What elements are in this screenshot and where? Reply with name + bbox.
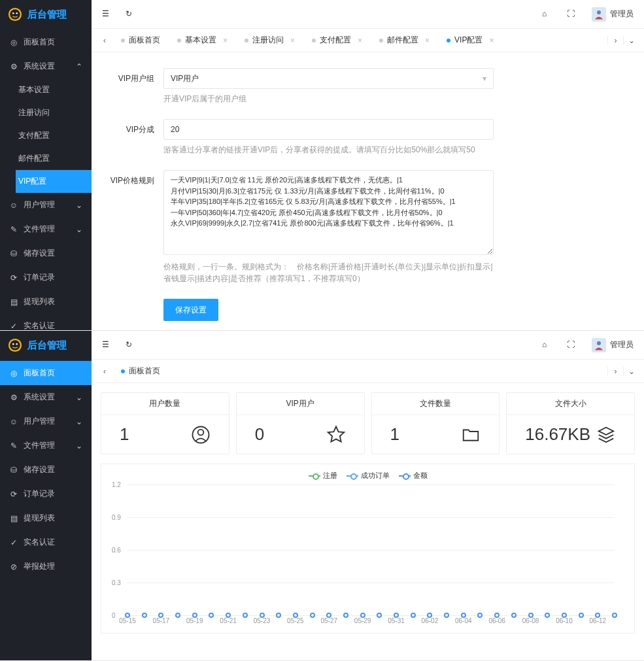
chart-point [579, 613, 584, 618]
menu-toggle-icon[interactable]: ☰ [102, 340, 112, 350]
nav-dashboard[interactable]: ◎面板首页 [0, 30, 92, 54]
nav-dashboard-label: 面板首页 [24, 37, 55, 48]
nav-system-sub[interactable]: 支付配置 [16, 124, 92, 147]
tab[interactable]: 支付配置× [303, 29, 371, 52]
nav-user[interactable]: ☺用户管理⌄ [0, 409, 92, 433]
rules-textarea[interactable] [163, 170, 494, 255]
nav-user-label: 用户管理 [24, 199, 55, 211]
nav-realname[interactable]: ✓实名认证 [0, 530, 92, 554]
refresh-icon[interactable]: ↻ [126, 340, 136, 350]
legend-item[interactable]: 金额 [399, 471, 428, 481]
nav-user[interactable]: ☺用户管理⌄ [0, 193, 92, 217]
nav-system-sub[interactable]: 邮件配置 [16, 147, 92, 170]
tab-close-icon[interactable]: × [223, 36, 228, 45]
card-value: 1 [120, 424, 129, 445]
legend-item[interactable]: 注册 [309, 471, 337, 481]
nav-orders-label: 订单记录 [24, 488, 55, 500]
chart-point [444, 613, 449, 618]
menu-toggle-icon[interactable]: ☰ [102, 9, 112, 20]
caret-down-icon: ▾ [483, 74, 486, 83]
svg-point-7 [12, 343, 14, 345]
brand-text: 后台管理 [27, 339, 67, 352]
tab[interactable]: 基本设置× [169, 29, 236, 52]
nav-system-sub[interactable]: 基本设置 [16, 78, 92, 101]
tab[interactable]: 注册访问× [236, 29, 303, 52]
nav-file[interactable]: ✎文件管理⌄ [0, 433, 92, 458]
chart-point [243, 613, 248, 618]
star-icon [326, 425, 346, 445]
nav-file-label: 文件管理 [24, 440, 55, 451]
folder-icon [461, 425, 481, 445]
card-value: 16.67KB [525, 424, 590, 445]
admin-menu[interactable]: 管理员 [592, 338, 634, 352]
legend-item[interactable]: 成功订单 [347, 471, 390, 481]
tab[interactable]: 邮件配置× [371, 29, 438, 52]
nav-withdraw[interactable]: ▤提现列表 [0, 290, 92, 314]
nav-sub-label: 邮件配置 [18, 153, 50, 164]
save-button[interactable]: 保存设置 [163, 299, 218, 321]
avatar-icon [592, 338, 606, 352]
nav-storage[interactable]: ⛁储存设置 [0, 458, 92, 482]
tab[interactable]: 面板首页 [112, 29, 169, 52]
share-input[interactable] [163, 119, 494, 140]
nav-orders[interactable]: ⟳订单记录 [0, 265, 92, 290]
tab-close-icon[interactable]: × [358, 36, 362, 45]
chart-point [142, 613, 147, 618]
refresh-icon[interactable]: ↻ [126, 9, 136, 20]
tab-prev[interactable]: ‹ [97, 367, 112, 376]
tab[interactable]: 面板首页 [112, 360, 169, 383]
svg-point-6 [10, 340, 20, 350]
tabbar: ‹ 面板首页 › ⌄ [92, 360, 644, 383]
tab-label: 面板首页 [129, 365, 160, 377]
nav-file[interactable]: ✎文件管理⌄ [0, 217, 92, 241]
brand-icon [8, 338, 22, 352]
tab-dot-icon [121, 369, 125, 373]
brand-icon [8, 7, 22, 22]
nav-orders[interactable]: ⟳订单记录 [0, 482, 92, 506]
tab[interactable]: VIP配置× [438, 29, 502, 52]
tab-more[interactable]: ⌄ [623, 36, 639, 45]
tab-dot-icon [121, 39, 125, 42]
vipgroup-hint: 开通VIP后属于的用户组 [163, 93, 494, 105]
nav-dashboard[interactable]: ◎面板首页 [0, 361, 92, 385]
nav-system[interactable]: ⚙系统设置⌄ [0, 385, 92, 409]
nav-system-sub[interactable]: VIP配置 [16, 170, 92, 193]
fullscreen-icon[interactable]: ⛶ [567, 9, 577, 20]
svg-point-11 [197, 429, 203, 435]
nav-report[interactable]: ⊘举报处理 [0, 554, 92, 579]
brand: 后台管理 [0, 0, 92, 29]
fullscreen-icon[interactable]: ⛶ [567, 340, 577, 350]
nav-storage[interactable]: ⛁储存设置 [0, 241, 92, 265]
card-value: 0 [255, 424, 264, 445]
tab-next[interactable]: › [607, 36, 623, 45]
chevron-down-icon: ⌄ [76, 417, 82, 426]
tab-close-icon[interactable]: × [489, 36, 494, 45]
vipgroup-select[interactable]: VIP用户 ▾ [163, 68, 494, 89]
nav-withdraw-label: 提现列表 [24, 513, 55, 524]
chart-point [276, 613, 281, 618]
tab-dot-icon [447, 39, 450, 42]
admin-menu[interactable]: 管理员 [592, 7, 634, 22]
tab-close-icon[interactable]: × [425, 36, 430, 45]
chart-point [175, 613, 180, 618]
tab-close-icon[interactable]: × [290, 36, 295, 45]
nav-withdraw[interactable]: ▤提现列表 [0, 506, 92, 530]
nav-system-sub[interactable]: 注册访问 [16, 101, 92, 124]
chart-point [477, 613, 483, 618]
rules-hint: 价格规则，一行一条。规则格式为： 价格名称|开通价格|开通时长(单位天)|显示单… [163, 261, 494, 284]
nav-sub-label: 注册访问 [18, 107, 50, 118]
tabbar: ‹ 面板首页基本设置×注册访问×支付配置×邮件配置×VIP配置× › ⌄ [92, 29, 644, 52]
stat-card: VIP用户0 [236, 392, 365, 454]
nav-sub-label: VIP配置 [18, 176, 46, 187]
tab-next[interactable]: › [607, 367, 623, 376]
avatar-icon [592, 7, 606, 22]
tab-prev[interactable]: ‹ [97, 36, 112, 45]
tab-more[interactable]: ⌄ [623, 367, 639, 376]
home-icon[interactable]: ⌂ [542, 9, 552, 20]
nav-sub-label: 支付配置 [18, 130, 50, 141]
home-icon[interactable]: ⌂ [542, 340, 552, 350]
form-content: VIP用户组 VIP用户 ▾ 开通VIP后属于的用户组 VIP分成 游客通过分享… [92, 52, 644, 330]
tab-dot-icon [245, 39, 248, 42]
nav-system[interactable]: ⚙系统设置⌃ [0, 54, 92, 78]
sidebar: 后台管理 ◎面板首页 ⚙系统设置⌄ ☺用户管理⌄ ✎文件管理⌄ ⛁储存设置 ⟳订… [0, 331, 92, 660]
